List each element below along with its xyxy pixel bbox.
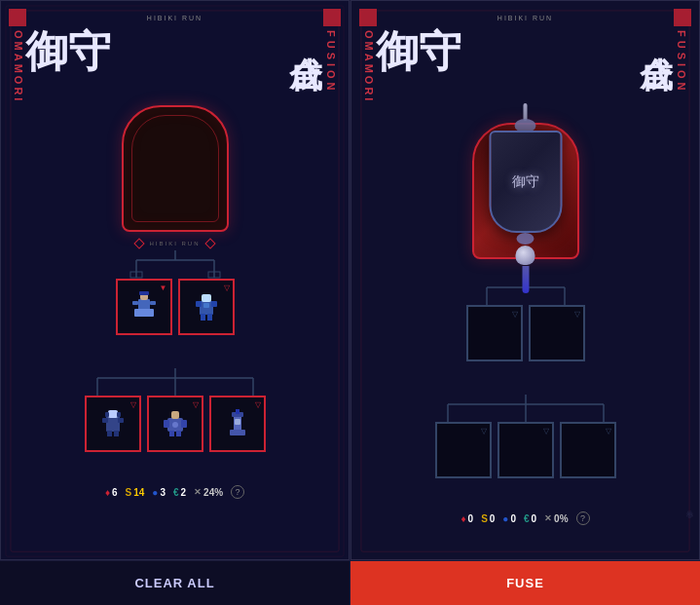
diamond-right <box>204 239 215 249</box>
stamp-slot-wrapper: ▽ Stamp <box>209 396 266 452</box>
bag-slot-wrapper-right: ▽ Bag <box>497 422 554 478</box>
tassels-arrow: ▼ <box>160 284 167 292</box>
gold-value: 14 <box>133 487 144 498</box>
svg-rect-16 <box>196 301 202 307</box>
hibiki-small-text: HIBIKI RUN <box>149 241 200 246</box>
fusion-label-right: FUSION <box>676 30 687 95</box>
blue-icon-right: ● <box>502 513 508 524</box>
svg-point-40 <box>172 422 178 428</box>
svg-rect-32 <box>105 412 109 417</box>
svg-rect-30 <box>107 431 112 436</box>
red-value: 6 <box>112 487 118 498</box>
bag-arrow: ▽ <box>193 400 199 409</box>
percent-x: ✕ <box>194 487 202 497</box>
stat-blue: ● 3 <box>152 487 166 498</box>
stamp-arrow-right: ▽ <box>606 427 611 435</box>
fuse-button[interactable]: FUSE <box>350 561 700 605</box>
tassels-arrow-right: ▽ <box>512 310 518 319</box>
teal-icon: € <box>173 487 179 498</box>
hibiki-run-small: HIBIKI RUN <box>135 240 213 247</box>
svg-rect-42 <box>230 430 245 435</box>
stamp-icon <box>217 403 258 444</box>
clear-all-button[interactable]: CLEAR ALL <box>0 561 350 605</box>
corner-right-left <box>359 9 377 26</box>
stat-gold: S 14 <box>126 487 145 498</box>
connector-top <box>88 249 263 279</box>
teal-icon-right: € <box>524 513 530 524</box>
svg-rect-33 <box>117 412 121 417</box>
left-panel: HIBIKI RUN OMAMORI 御守 合成 FUSION HIBIKI R… <box>0 0 350 560</box>
stat-teal-right: € 0 <box>524 513 536 524</box>
hibiki-run-label: HIBIKI RUN <box>26 15 323 21</box>
red-icon-right: ♦ <box>461 513 465 524</box>
omamori-inner <box>131 115 219 222</box>
svg-rect-35 <box>171 411 179 419</box>
musubi-icon <box>92 403 133 444</box>
stats-row-right: ♦ 0 S 0 ● 0 € 0 ✕ 0% ? <box>461 511 589 525</box>
svg-rect-15 <box>202 294 211 302</box>
stat-red-right: ♦ 0 <box>461 513 473 524</box>
svg-rect-38 <box>169 431 174 436</box>
bag-arrow-right: ▽ <box>543 427 549 435</box>
bell-slot[interactable]: ▽ <box>178 279 235 335</box>
main-container: HIBIKI RUN OMAMORI 御守 合成 FUSION HIBIKI R… <box>0 0 700 560</box>
musubi-slot[interactable]: ▽ <box>85 396 141 452</box>
bottom-bar: CLEAR ALL FUSE <box>0 560 700 605</box>
fusion-label: FUSION <box>325 30 337 95</box>
bottom-items-row: ▽ Musubi <box>85 396 266 466</box>
bell-slot-right[interactable]: ▽ <box>529 305 585 361</box>
stamp-arrow: ▽ <box>255 400 261 409</box>
blue-value-right: 0 <box>510 513 516 524</box>
musubi-slot-wrapper-right: ▽ Musubi <box>435 422 492 478</box>
stat-percent-right: ✕ 0% <box>544 513 568 524</box>
help-button-right[interactable]: ? <box>576 511 590 525</box>
help-button-left[interactable]: ? <box>231 485 244 499</box>
charm-bell-area <box>516 233 535 293</box>
omamori-display-left <box>122 105 229 232</box>
title-row-right: OMAMORI 御守 合成 FUSION <box>359 30 691 103</box>
percent-value: 24% <box>203 487 223 498</box>
stat-blue-right: ● 0 <box>502 513 516 524</box>
charm-container: 御守 <box>467 103 584 274</box>
musubi-arrow-right: ▽ <box>481 427 487 435</box>
musubi-slot-wrapper: ▽ Musubi <box>85 396 141 452</box>
tassels-slot[interactable]: ▼ <box>116 279 172 335</box>
connector-bottom-right <box>414 395 638 422</box>
blue-value: 3 <box>160 487 166 498</box>
bell-arrow: ▽ <box>224 284 230 292</box>
bag-slot[interactable]: ▽ <box>147 396 203 452</box>
corner-right-right <box>674 9 691 26</box>
corner-decoration-right <box>323 9 341 26</box>
right-title: 合成 FUSION <box>289 30 337 95</box>
left-title-right: OMAMORI 御守 <box>363 30 461 103</box>
bag-slot-right[interactable]: ▽ <box>497 422 554 478</box>
stamp-slot-wrapper-right: ▽ Stamp <box>560 422 616 478</box>
stamp-slot[interactable]: ▽ <box>209 396 266 452</box>
stamp-slot-right[interactable]: ▽ <box>560 422 616 478</box>
kanji-omamori-right: 御守 <box>376 30 461 73</box>
charm-kanji: 御守 <box>512 173 539 191</box>
bottom-items-row-right: ▽ Musubi ▽ Bag ▽ Stamp <box>435 422 616 492</box>
bag-icon <box>155 403 196 444</box>
svg-rect-45 <box>235 419 240 425</box>
right-panel: HIBIKI RUN OMAMORI 御守 合成 FUSION <box>350 0 700 560</box>
right-title-right: 合成 FUSION <box>640 30 687 95</box>
stat-teal: € 2 <box>173 487 186 498</box>
svg-rect-31 <box>114 431 119 436</box>
bell-slot-wrapper: ▽ <box>178 279 235 335</box>
bell-arrow-right: ▽ <box>574 310 580 319</box>
tassels-slot-right[interactable]: ▽ <box>466 305 523 361</box>
corner-decoration-left <box>9 9 26 26</box>
musubi-slot-right[interactable]: ▽ <box>435 422 492 478</box>
stat-red: ♦ 6 <box>105 487 118 498</box>
tassels-slot-wrapper: ▼ <box>116 279 172 335</box>
charm-tassel <box>522 266 529 293</box>
svg-rect-18 <box>201 314 205 321</box>
bell-slot-wrapper-right: ▽ Bell <box>529 305 585 361</box>
svg-rect-44 <box>236 409 239 414</box>
title-row: OMAMORI 御守 合成 FUSION <box>9 30 341 103</box>
percent-x-right: ✕ <box>544 513 552 523</box>
bag-slot-wrapper: ▽ Bag <box>147 396 203 452</box>
teal-value: 2 <box>181 487 187 498</box>
charm-body: 御守 <box>489 131 562 233</box>
